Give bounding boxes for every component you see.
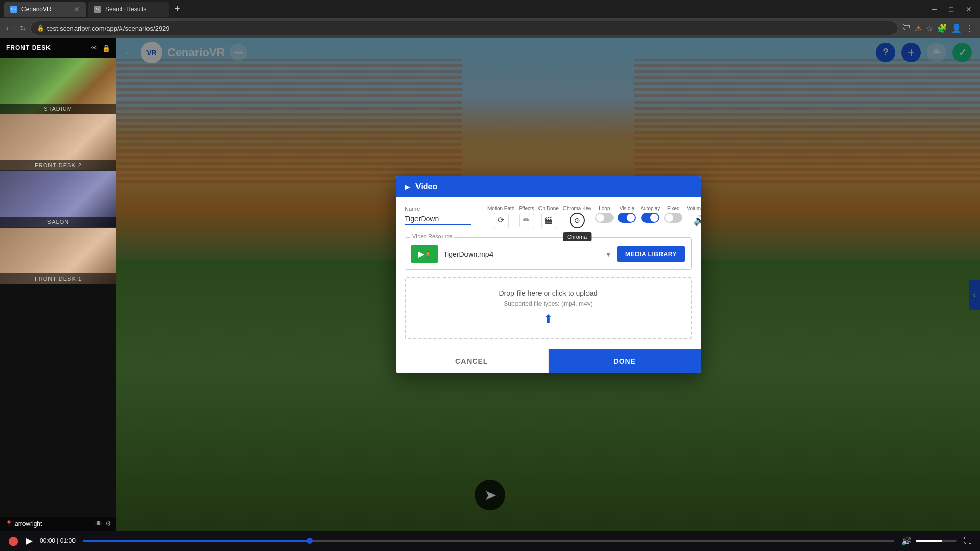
bookmark-icon[interactable]: ☆ (926, 23, 933, 33)
toolbar-controls: Motion Path ⟳ Effects ✏ On Done (487, 206, 701, 228)
volume-label-dialog: Volume: 10 (687, 206, 701, 211)
tab-search-results[interactable]: S Search Results (88, 2, 169, 17)
done-button[interactable]: DONE (549, 349, 701, 373)
controls-row: Name Motion Path ⟳ (405, 206, 692, 228)
new-tab-button[interactable]: + (172, 4, 183, 14)
loop-label: Loop (599, 206, 610, 211)
loop-control: Loop (595, 206, 614, 223)
resource-filename-input[interactable] (443, 250, 600, 258)
tab-bar: VR CenarioVR ✕ S Search Results + ─ □ ✕ (0, 0, 980, 18)
volume-slider[interactable] (916, 540, 957, 542)
shield-icon: 🛡 (902, 23, 911, 33)
chroma-tooltip: Chroma (563, 232, 591, 241)
upload-main-text: Drop file here or click to upload (417, 289, 679, 297)
chroma-key-label: Chroma Key (563, 206, 592, 211)
modal-overlay: ▶ Video Name (116, 38, 980, 531)
window-maximize[interactable]: □ (945, 5, 958, 13)
video-dialog: ▶ Video Name (396, 176, 701, 373)
volume-button-dialog[interactable]: 🔊 (692, 213, 701, 228)
nav-forward[interactable]: › (13, 23, 15, 33)
progress-fill (83, 540, 310, 542)
window-minimize[interactable]: ─ (928, 5, 941, 13)
motion-path-button[interactable]: ⟳ (494, 213, 509, 228)
visible-label: Visible (620, 206, 634, 211)
nav-refresh[interactable]: ↻ (20, 24, 26, 32)
player-logo-icon: ⬤ (8, 535, 18, 546)
autoplay-toggle-knob (650, 214, 658, 222)
upload-area[interactable]: Drop file here or click to upload Suppor… (405, 277, 692, 339)
resource-section-label: Video Resource (410, 233, 454, 239)
upload-sub-text: Supported file types: (mp4, m4v) (417, 300, 679, 307)
on-done-button[interactable]: 🎬 (541, 213, 556, 228)
loop-toggle-knob (596, 214, 604, 222)
progress-bar[interactable] (83, 540, 894, 542)
browser-menu-icon[interactable]: ⋮ (966, 23, 974, 33)
location-icons: 👁 ⚙ (95, 520, 111, 528)
media-library-button[interactable]: MEDIA LIBRARY (617, 246, 685, 262)
nav-back[interactable]: ‹ (6, 23, 9, 33)
autoplay-label: Autoplay (640, 206, 660, 211)
play-button[interactable]: ▶ (26, 535, 33, 546)
extensions-icon[interactable]: 🧩 (937, 23, 947, 33)
effects-button[interactable]: ✏ (519, 213, 534, 228)
dialog-header: ▶ Video (396, 176, 701, 197)
dialog-body: Name Motion Path ⟳ (396, 197, 701, 349)
thumbnail-label-frontdesk1: FRONT DESK 1 (0, 273, 116, 284)
location-bar: 📍 arrowright 👁 ⚙ (0, 517, 116, 531)
profile-icon[interactable]: 👤 (951, 23, 962, 33)
name-label: Name (405, 206, 471, 212)
settings-location-icon[interactable]: ⚙ (105, 520, 111, 528)
effects-label: Effects (519, 206, 534, 211)
dropdown-arrow-icon[interactable]: ▼ (605, 250, 612, 258)
volume-icon[interactable]: 🔊 (901, 536, 912, 546)
location-text: 📍 arrowright (5, 520, 42, 528)
cancel-button[interactable]: CANCEL (396, 349, 549, 373)
thumbnail-item-frontdesk1[interactable]: FRONT DESK 1 (0, 228, 116, 284)
progress-thumb (307, 538, 313, 544)
url-bar[interactable]: 🔒 test.scenariovr.com/app/#/scenarios/29… (30, 21, 898, 35)
name-input[interactable] (405, 214, 471, 225)
location-pin-icon: 📍 (5, 520, 13, 528)
expand-icon[interactable]: ⛶ (964, 536, 972, 545)
player-bar: ⬤ ▶ 00:00 | 01:00 🔊 ⛶ (0, 531, 980, 551)
player-time: 00:00 | 01:00 (40, 537, 76, 544)
volume-fill (916, 540, 942, 542)
window-close[interactable]: ✕ (962, 5, 976, 13)
tab-favicon-search: S (94, 6, 101, 13)
video-dialog-icon: ▶ (405, 183, 410, 191)
eye-location-icon[interactable]: 👁 (95, 520, 102, 528)
fixed-toggle-knob (665, 214, 673, 222)
fixed-toggle[interactable] (664, 213, 682, 223)
on-done-control: On Done 🎬 (538, 206, 559, 228)
tab-favicon-cenariovr: VR (10, 6, 17, 13)
resource-play-icon: ▶ (418, 249, 424, 259)
chroma-key-button[interactable]: ⊙ (570, 213, 585, 228)
tab-cenariovr[interactable]: VR CenarioVR ✕ (4, 2, 86, 17)
app-area: FRONT DESK 👁 🔒 STADIUM FRONT DESK 2 SALO… (0, 38, 980, 551)
address-bar: ‹ › ↻ 🔒 test.scenariovr.com/app/#/scenar… (0, 18, 980, 38)
motion-path-control: Motion Path ⟳ (487, 206, 514, 228)
resource-person-icon: 🧍 (424, 251, 432, 258)
tab-label-cenariovr: CenarioVR (21, 6, 52, 13)
visible-toggle[interactable] (618, 213, 636, 223)
visible-control: Visible (618, 206, 636, 223)
url-lock-icon: 🔒 (37, 24, 44, 32)
thumbnail-label-stadium: STADIUM (0, 104, 116, 114)
dialog-footer: CANCEL DONE (396, 349, 701, 373)
thumbnail-item-frontdesk2[interactable]: FRONT DESK 2 (0, 114, 116, 171)
sidebar: FRONT DESK 👁 🔒 STADIUM FRONT DESK 2 SALO… (0, 38, 116, 531)
loop-toggle[interactable] (595, 213, 614, 223)
on-done-label: On Done (538, 206, 559, 211)
autoplay-toggle[interactable] (641, 213, 659, 223)
warning-icon: ⚠ (915, 23, 922, 33)
chroma-key-control: Chroma Key ⊙ Chroma (563, 206, 592, 228)
upload-icon[interactable]: ⬆ (417, 312, 679, 327)
tab-label-search: Search Results (105, 6, 146, 13)
name-section: Name (405, 206, 471, 225)
video-resource-section: Video Resource ▶ 🧍 ▼ MEDIA LIBRARY (405, 237, 692, 270)
thumbnail-item-salon[interactable]: SALON (0, 171, 116, 228)
volume-control: 🔊 (901, 536, 957, 546)
tab-close-cenariovr[interactable]: ✕ (74, 5, 80, 13)
visible-toggle-knob (627, 214, 635, 222)
url-text: test.scenariovr.com/app/#/scenarios/2929 (47, 24, 170, 32)
